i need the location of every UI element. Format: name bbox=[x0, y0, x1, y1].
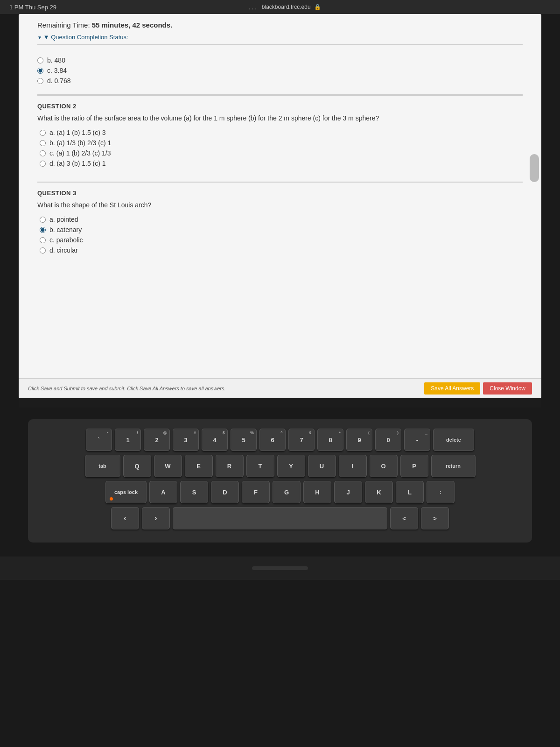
q2-choice-c-label: c. (a) 1 (b) 2/3 (c) 1/3 bbox=[49, 149, 111, 157]
key-p[interactable]: P bbox=[400, 455, 428, 477]
prev-choice-b[interactable]: b. 480 bbox=[37, 56, 523, 64]
key-row-qwerty: tab Q W E R T Y U I O P return bbox=[40, 455, 520, 477]
keyboard: ~` !1 @2 #3 $4 %5 ^6 &7 bbox=[28, 419, 532, 543]
q2-choice-b-label: b. (a) 1/3 (b) 2/3 (c) 1 bbox=[49, 139, 111, 147]
bezel-bottom bbox=[19, 398, 541, 408]
key-8[interactable]: *8 bbox=[317, 429, 343, 451]
url-display: blackboard.trcc.edu 🔒 bbox=[262, 4, 321, 10]
q2-choice-d-label: d. (a) 3 (b) 1.5 (c) 1 bbox=[49, 160, 106, 167]
key-space[interactable] bbox=[173, 507, 387, 529]
q3-choice-c[interactable]: c. parabolic bbox=[40, 236, 523, 244]
q3-choice-b[interactable]: b. catenary bbox=[40, 226, 523, 233]
radio-q2-c[interactable] bbox=[40, 150, 46, 156]
question-completion-status[interactable]: ▼ Question Completion Status: bbox=[37, 34, 523, 45]
q2-choice-a[interactable]: a. (a) 1 (b) 1.5 (c) 3 bbox=[40, 129, 523, 136]
question-2-choices: a. (a) 1 (b) 1.5 (c) 3 b. (a) 1/3 (b) 2/… bbox=[37, 129, 523, 167]
key-greater-than[interactable]: > bbox=[421, 507, 449, 529]
key-delete[interactable]: delete bbox=[433, 429, 474, 451]
remaining-time: Remaining Time: 55 minutes, 42 seconds. bbox=[37, 21, 523, 29]
key-t[interactable]: T bbox=[246, 455, 274, 477]
radio-q3-d[interactable] bbox=[40, 247, 46, 254]
key-d[interactable]: D bbox=[211, 481, 239, 503]
key-r[interactable]: R bbox=[216, 455, 244, 477]
key-5[interactable]: %5 bbox=[231, 429, 257, 451]
radio-q1-c[interactable] bbox=[37, 68, 43, 74]
key-dash[interactable]: _- bbox=[404, 429, 430, 451]
radio-q1-d[interactable] bbox=[37, 78, 43, 84]
radio-q2-b[interactable] bbox=[40, 140, 46, 146]
key-k[interactable]: K bbox=[365, 481, 393, 503]
prev-choice-d[interactable]: d. 0.768 bbox=[37, 77, 523, 85]
caps-lock-indicator bbox=[110, 497, 113, 500]
key-0[interactable]: )0 bbox=[375, 429, 401, 451]
quiz-container: Remaining Time: 55 minutes, 42 seconds. … bbox=[19, 14, 541, 378]
key-u[interactable]: U bbox=[308, 455, 336, 477]
radio-q1-b[interactable] bbox=[37, 57, 43, 63]
time-display: 1 PM Thu Sep 29 bbox=[9, 4, 56, 11]
key-semicolon[interactable]: : bbox=[427, 481, 455, 503]
key-w[interactable]: W bbox=[154, 455, 182, 477]
key-j[interactable]: J bbox=[334, 481, 362, 503]
question-3-label: QUESTION 3 bbox=[37, 190, 523, 197]
q3-choice-a[interactable]: a. pointed bbox=[40, 216, 523, 223]
q3-choice-d-label: d. circular bbox=[49, 247, 78, 254]
key-less-than[interactable]: < bbox=[390, 507, 418, 529]
question-2-block: QUESTION 2 What is the ratio of the surf… bbox=[37, 95, 523, 175]
prev-choice-b-label: b. 480 bbox=[47, 56, 65, 64]
key-row-asdf: caps lock A S D F G H J K L : bbox=[40, 481, 520, 503]
question-2-text: What is the ratio of the surface area to… bbox=[37, 113, 523, 123]
q2-choice-c[interactable]: c. (a) 1 (b) 2/3 (c) 1/3 bbox=[40, 149, 523, 157]
bottom-action-bar: Click Save and Submit to save and submit… bbox=[19, 378, 541, 398]
key-h[interactable]: H bbox=[303, 481, 331, 503]
radio-q3-b[interactable] bbox=[40, 227, 46, 233]
q3-choice-a-label: a. pointed bbox=[49, 216, 78, 223]
save-all-answers-button[interactable]: Save All Answers bbox=[424, 382, 480, 395]
radio-q3-a[interactable] bbox=[40, 217, 46, 223]
key-backtick[interactable]: ~` bbox=[86, 429, 112, 451]
key-row-bottom: ‹ › < > bbox=[40, 507, 520, 529]
scrollbar[interactable] bbox=[530, 154, 539, 182]
key-caps-lock[interactable]: caps lock bbox=[105, 481, 147, 503]
key-o[interactable]: O bbox=[370, 455, 398, 477]
question-2-label: QUESTION 2 bbox=[37, 103, 523, 110]
key-right-arrow[interactable]: › bbox=[142, 507, 170, 529]
key-left-arrow[interactable]: ‹ bbox=[111, 507, 139, 529]
keyboard-area: ~` !1 @2 #3 $4 %5 ^6 &7 bbox=[0, 410, 560, 557]
browser-screen: Remaining Time: 55 minutes, 42 seconds. … bbox=[19, 14, 541, 398]
close-window-button[interactable]: Close Window bbox=[483, 382, 532, 395]
key-i[interactable]: I bbox=[339, 455, 367, 477]
key-e[interactable]: E bbox=[185, 455, 213, 477]
question-3-text: What is the shape of the St Louis arch? bbox=[37, 200, 523, 210]
q2-choice-d[interactable]: d. (a) 3 (b) 1.5 (c) 1 bbox=[40, 160, 523, 167]
key-q[interactable]: Q bbox=[123, 455, 151, 477]
radio-q2-a[interactable] bbox=[40, 130, 46, 136]
key-3[interactable]: #3 bbox=[173, 429, 199, 451]
laptop-bottom-bezel bbox=[0, 557, 560, 580]
key-1[interactable]: !1 bbox=[115, 429, 141, 451]
prev-choice-d-label: d. 0.768 bbox=[47, 77, 71, 85]
key-6[interactable]: ^6 bbox=[259, 429, 286, 451]
key-9[interactable]: (9 bbox=[346, 429, 372, 451]
q3-choice-b-label: b. catenary bbox=[49, 226, 82, 233]
key-y[interactable]: Y bbox=[277, 455, 305, 477]
key-a[interactable]: A bbox=[149, 481, 177, 503]
key-l[interactable]: L bbox=[396, 481, 424, 503]
laptop-notch bbox=[252, 566, 308, 570]
action-buttons: Save All Answers Close Window bbox=[424, 382, 532, 395]
key-7[interactable]: &7 bbox=[288, 429, 315, 451]
key-return[interactable]: return bbox=[431, 455, 476, 477]
key-f[interactable]: F bbox=[242, 481, 270, 503]
key-4[interactable]: $4 bbox=[202, 429, 228, 451]
key-s[interactable]: S bbox=[180, 481, 208, 503]
prev-choice-c[interactable]: c. 3.84 bbox=[37, 67, 523, 74]
radio-q3-c[interactable] bbox=[40, 237, 46, 243]
key-tab[interactable]: tab bbox=[85, 455, 120, 477]
key-row-numbers: ~` !1 @2 #3 $4 %5 ^6 &7 bbox=[40, 429, 520, 451]
dots-menu: ... bbox=[249, 4, 258, 11]
key-2[interactable]: @2 bbox=[144, 429, 170, 451]
key-g[interactable]: G bbox=[273, 481, 301, 503]
q2-choice-b[interactable]: b. (a) 1/3 (b) 2/3 (c) 1 bbox=[40, 139, 523, 147]
prev-question-choices: b. 480 c. 3.84 d. 0.768 bbox=[37, 52, 523, 95]
radio-q2-d[interactable] bbox=[40, 161, 46, 167]
q3-choice-d[interactable]: d. circular bbox=[40, 247, 523, 254]
